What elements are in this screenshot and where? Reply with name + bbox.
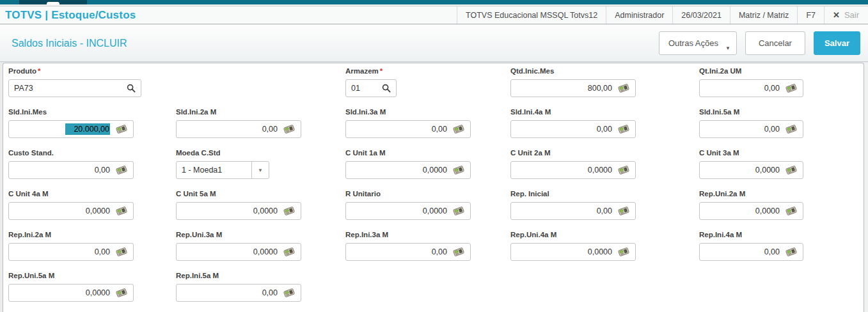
field-label: Rep. Inicial: [510, 190, 636, 199]
sld-ini-mes-input[interactable]: 20.000,00: [8, 120, 134, 138]
field-sld-ini-2a-m: Sld.Ini.2a M0,00: [176, 108, 301, 138]
field-qt-ini-2a-um: Qt.Ini.2a UM0,00: [699, 67, 803, 97]
outras-acoes-button[interactable]: Outras Ações ▼: [659, 31, 737, 55]
calculator-icon[interactable]: [116, 125, 128, 134]
calculator-icon[interactable]: [618, 247, 630, 257]
field-sld-ini-4a-m: Sld.Ini.4a M0,00: [510, 108, 636, 138]
rep-uni-3a-m-input[interactable]: 0,0000: [176, 243, 301, 261]
qt-ini-2a-um-input[interactable]: 0,00: [699, 79, 803, 97]
field-label: Rep.Uni.3a M: [176, 231, 301, 240]
form-panel: Produto*PA73Armazem*01Qtd.Inic.Mes800,00…: [3, 63, 864, 312]
field-rep-uni-5a-m: Rep.Uni.5a M0,0000: [8, 272, 134, 302]
calculator-icon[interactable]: [116, 288, 128, 298]
c-unit-2a-m-input[interactable]: 0,0000: [510, 161, 636, 179]
calculator-icon[interactable]: [116, 207, 128, 216]
field-label: Sld.Ini.3a M: [345, 108, 471, 118]
field-label: C Unit 4a M: [8, 190, 134, 199]
cancelar-button[interactable]: Cancelar: [745, 31, 805, 55]
c-unit-3a-m-input[interactable]: 0,0000: [699, 161, 803, 179]
field-c-unit-5a-m: C Unit 5a M0,0000: [176, 190, 301, 220]
sld-ini-5a-m-input[interactable]: 0,00: [699, 120, 803, 138]
field-rep-ini-5a-m: Rep.Ini.5a M0,00: [176, 272, 301, 302]
rep-ini-4a-m-input[interactable]: 0,00: [699, 243, 803, 261]
calculator-icon[interactable]: [283, 125, 296, 134]
field-c-unit-2a-m: C Unit 2a M0,0000: [510, 149, 636, 179]
calculator-icon[interactable]: [453, 207, 465, 216]
calculator-icon[interactable]: [116, 247, 128, 257]
field-value: 1 - Moeda1: [177, 166, 251, 175]
env-environment: TOTVS Educacional MSSQL Totvs12: [457, 11, 606, 20]
scrollbar-gutter[interactable]: [864, 63, 868, 312]
field-label: C Unit 2a M: [510, 149, 636, 159]
calculator-icon[interactable]: [283, 247, 296, 257]
field-value: 0,00: [597, 125, 612, 134]
field-c-unit-1a-m: C Unit 1a M0,0000: [345, 149, 471, 179]
calculator-icon[interactable]: [618, 166, 630, 175]
calculator-icon[interactable]: [785, 166, 798, 175]
field-c-unit-3a-m: C Unit 3a M0,0000: [699, 149, 803, 179]
field-label: Produto*: [8, 67, 141, 77]
r-unitario-input[interactable]: 0,0000: [345, 202, 471, 220]
armazem-input[interactable]: 01: [345, 79, 397, 97]
field-value: 0,0000: [588, 247, 612, 256]
field-value: 20.000,00: [65, 123, 110, 135]
exit-label: Sair: [844, 10, 859, 20]
sld-ini-4a-m-input[interactable]: 0,00: [510, 120, 636, 138]
field-label: Moeda C.Std: [176, 149, 269, 159]
field-value: 0,00: [764, 84, 780, 93]
calculator-icon[interactable]: [618, 207, 630, 216]
calculator-icon[interactable]: [116, 166, 128, 175]
rep-uni-5a-m-input[interactable]: 0,0000: [8, 284, 134, 302]
calculator-icon[interactable]: [785, 125, 798, 134]
rep-uni-4a-m-input[interactable]: 0,0000: [510, 243, 636, 261]
calculator-icon[interactable]: [785, 207, 798, 216]
env-shortcut-f7[interactable]: F7: [798, 11, 824, 20]
calculator-icon[interactable]: [785, 84, 798, 93]
field-rep-ini-2a-m: Rep.Ini.2a M0,00: [8, 231, 134, 261]
c-unit-1a-m-input[interactable]: 0,0000: [345, 161, 471, 179]
env-branch[interactable]: Matriz / Matriz: [730, 11, 797, 20]
field-sld-ini-mes: Sld.Ini.Mes20.000,00: [8, 108, 134, 138]
c-unit-4a-m-input[interactable]: 0,0000: [8, 202, 134, 220]
page-toolbar: Saldos Iniciais - INCLUIR Outras Ações ▼…: [0, 25, 868, 62]
chevron-down-icon[interactable]: ▼: [251, 162, 269, 178]
calculator-icon[interactable]: [453, 125, 465, 134]
rep-ini-2a-m-input[interactable]: 0,00: [8, 243, 134, 261]
calculator-icon[interactable]: [618, 84, 630, 93]
calculator-icon[interactable]: [618, 125, 630, 134]
app-header: TOTVS | Estoque/Custos TOTVS Educacional…: [0, 6, 868, 24]
field-value: 0,0000: [423, 207, 447, 215]
search-icon[interactable]: [127, 84, 136, 93]
field-value: 0,0000: [86, 288, 110, 297]
calculator-icon[interactable]: [453, 247, 465, 257]
moeda-c-std-input[interactable]: 1 - Moeda1▼: [176, 161, 269, 179]
sld-ini-3a-m-input[interactable]: 0,00: [345, 120, 471, 138]
search-icon[interactable]: [382, 84, 391, 93]
sld-ini-2a-m-input[interactable]: 0,00: [176, 120, 301, 138]
calculator-icon[interactable]: [785, 247, 798, 257]
field-value: 0,00: [764, 247, 780, 256]
calculator-icon[interactable]: [283, 288, 296, 298]
field-rep-ini-3a-m: Rep.Ini.3a M0,00: [345, 231, 471, 261]
exit-button[interactable]: ✕ Sair: [825, 10, 868, 20]
produto-input[interactable]: PA73: [8, 79, 141, 97]
field-value: 0,0000: [423, 166, 447, 175]
rep-uni-2a-m-input[interactable]: 0,0000: [699, 202, 803, 220]
field-rep-uni-2a-m: Rep.Uni.2a M0,0000: [699, 190, 803, 220]
field-value: 0,0000: [253, 207, 278, 215]
calculator-icon[interactable]: [453, 166, 465, 175]
salvar-button[interactable]: Salvar: [814, 31, 860, 55]
field-rep-ini-4a-m: Rep.Ini.4a M0,00: [699, 231, 803, 261]
field-value: 0,00: [95, 247, 110, 256]
field-value: 0,0000: [588, 166, 612, 175]
calculator-icon[interactable]: [283, 207, 296, 216]
env-date[interactable]: 26/03/2021: [673, 11, 730, 20]
rep-ini-5a-m-input[interactable]: 0,00: [176, 284, 301, 302]
c-unit-5a-m-input[interactable]: 0,0000: [176, 202, 301, 220]
field-value: 0,0000: [86, 207, 110, 215]
qtd-inic-mes-input[interactable]: 800,00: [510, 79, 636, 97]
field-label: Rep.Ini.4a M: [699, 231, 803, 240]
rep-inicial-input[interactable]: 0,00: [510, 202, 636, 220]
rep-ini-3a-m-input[interactable]: 0,00: [345, 243, 471, 261]
custo-stand-input[interactable]: 0,00: [8, 161, 134, 179]
